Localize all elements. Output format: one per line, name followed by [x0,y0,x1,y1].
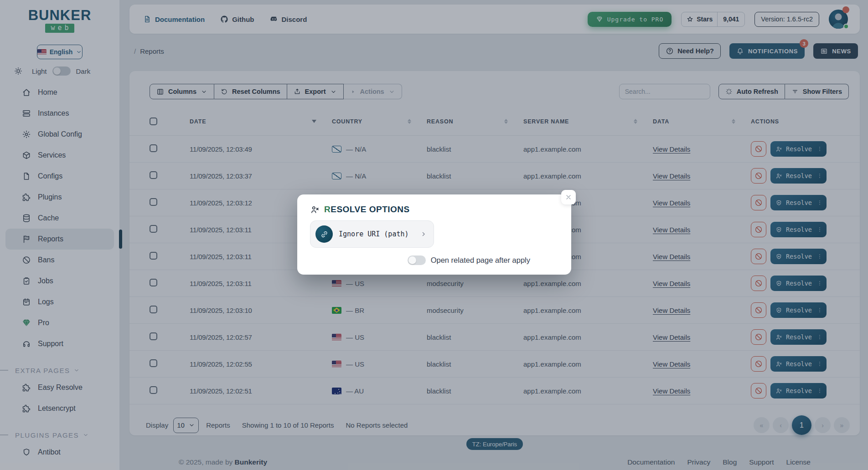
ignore-uri-option[interactable]: Ignore URI (path) [310,220,434,248]
toggle-label: Open related page after apply [431,256,530,265]
resolve-options-modal: RESOLVE OPTIONS Ignore URI (path) Open r… [297,194,571,275]
option-label: Ignore URI (path) [339,230,409,238]
close-icon[interactable] [561,190,576,204]
modal-title: RESOLVE OPTIONS [324,204,410,215]
user-x-icon [310,205,320,215]
modal-header: RESOLVE OPTIONS [310,204,558,215]
link-icon [315,225,333,243]
chevron-right-icon [420,230,427,238]
modal-toggle-row: Open related page after apply [310,255,558,265]
open-related-page-toggle[interactable] [408,255,426,265]
